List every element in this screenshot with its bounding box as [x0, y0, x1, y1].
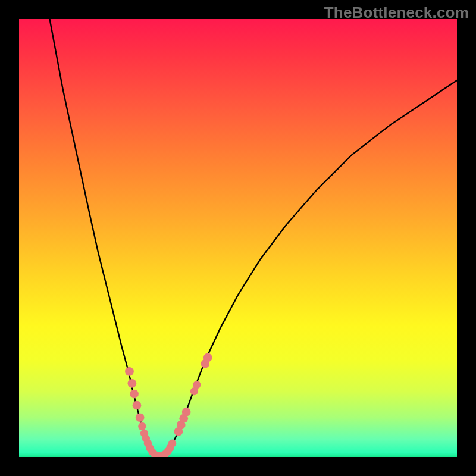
data-marker: [138, 422, 146, 430]
data-marker: [128, 379, 137, 388]
data-marker: [125, 367, 134, 376]
data-marker: [182, 408, 191, 416]
data-marker: [168, 440, 176, 447]
curve-group: [50, 19, 457, 456]
chart-frame: TheBottleneck.com: [0, 0, 476, 476]
curve-right-branch: [164, 80, 457, 456]
data-marker: [193, 381, 201, 389]
data-marker: [136, 413, 145, 422]
curve-left-branch: [50, 19, 155, 456]
data-marker: [133, 401, 142, 410]
marker-group: [125, 353, 212, 457]
chart-svg: [19, 19, 457, 457]
data-marker: [203, 353, 212, 362]
data-marker: [130, 390, 139, 399]
plot-area: [19, 19, 457, 457]
